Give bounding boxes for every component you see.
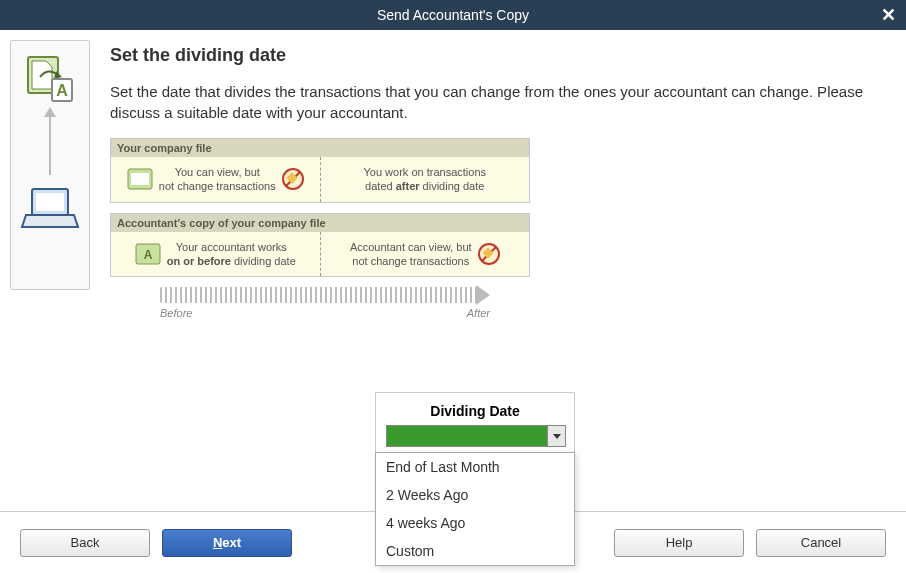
file-a-icon: A <box>24 53 76 105</box>
diagram-text: You can view, but not change transaction… <box>159 165 276 194</box>
page-description: Set the date that divides the transactio… <box>110 81 880 123</box>
svg-text:A: A <box>56 82 68 99</box>
page-heading: Set the dividing date <box>110 45 880 66</box>
option-custom[interactable]: Custom <box>376 537 574 565</box>
dividing-date-value[interactable] <box>387 426 547 446</box>
main-content: Set the dividing date Set the date that … <box>110 45 880 319</box>
dividing-date-diagram: Your company file You can view, but not … <box>110 138 530 319</box>
file-a-small-icon: A <box>135 243 161 265</box>
option-end-of-last-month[interactable]: End of Last Month <box>376 453 574 481</box>
back-button[interactable]: Back <box>20 529 150 557</box>
diagram-section-accountant: Accountant's copy of your company file A… <box>110 213 530 278</box>
dividing-date-dropdown[interactable]: End of Last Month 2 Weeks Ago 4 weeks Ag… <box>375 452 575 566</box>
timeline-before-label: Before <box>160 307 192 319</box>
diagram-text: Accountant can view, but not change tran… <box>350 240 472 269</box>
dividing-date-label: Dividing Date <box>386 403 564 419</box>
timeline-bar <box>160 287 478 303</box>
timeline-labels: Before After <box>110 305 530 319</box>
file-icon <box>127 168 153 190</box>
no-edit-icon <box>478 243 500 265</box>
close-icon[interactable]: ✕ <box>881 0 896 30</box>
timeline-arrow-icon <box>476 285 490 305</box>
timeline-after-label: After <box>467 307 490 319</box>
dialog-title: Send Accountant's Copy <box>377 7 529 23</box>
svg-rect-5 <box>36 193 64 211</box>
svg-rect-7 <box>131 173 149 185</box>
timeline <box>110 285 530 305</box>
diagram-header: Accountant's copy of your company file <box>111 214 529 232</box>
cancel-button[interactable]: Cancel <box>756 529 886 557</box>
svg-text:A: A <box>143 248 152 262</box>
arrow-up-icon <box>49 115 51 175</box>
dividing-date-select[interactable] <box>386 425 566 447</box>
diagram-text: You work on transactions dated after div… <box>364 165 487 194</box>
chevron-down-icon[interactable] <box>547 426 565 446</box>
next-button[interactable]: Next <box>162 529 292 557</box>
no-edit-icon <box>282 168 304 190</box>
wizard-sidebar: A <box>10 40 90 290</box>
dialog-body: A Set the dividing date Set the date tha… <box>0 30 906 573</box>
option-2-weeks-ago[interactable]: 2 Weeks Ago <box>376 481 574 509</box>
laptop-icon <box>20 185 80 231</box>
help-button[interactable]: Help <box>614 529 744 557</box>
diagram-header: Your company file <box>111 139 529 157</box>
diagram-text: Your accountant works on or before divid… <box>167 240 296 269</box>
diagram-section-company: Your company file You can view, but not … <box>110 138 530 203</box>
option-4-weeks-ago[interactable]: 4 weeks Ago <box>376 509 574 537</box>
titlebar: Send Accountant's Copy ✕ <box>0 0 906 30</box>
